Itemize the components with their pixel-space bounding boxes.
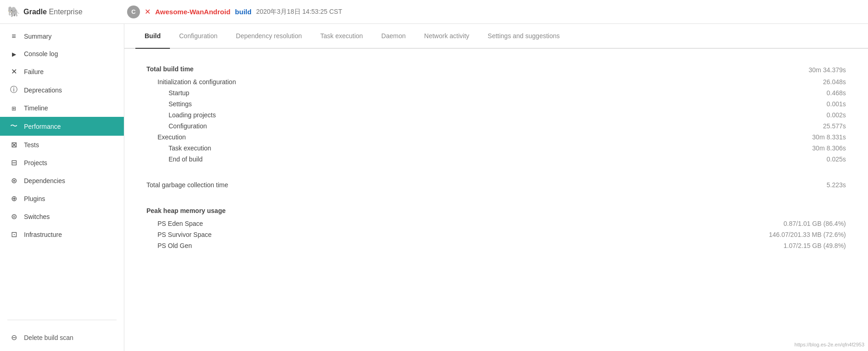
tab-daemon[interactable]: Daemon [372,24,415,49]
heap-memory-section: Peak heap memory usage PS Eden Space 0.8… [146,205,846,251]
tab-dependency-resolution[interactable]: Dependency resolution [227,24,311,49]
heap-memory-row-value: 0.87/1.01 GB (86.4%) [784,220,846,227]
dependencies-icon [9,176,18,185]
sidebar-label-timeline: Timeline [24,104,48,112]
sidebar-item-timeline[interactable]: Timeline [0,99,124,117]
sidebar-label-deprecations: Deprecations [24,86,62,94]
logo-elephant-icon: 🐘 [7,6,20,18]
sidebar-label-infrastructure: Infrastructure [24,231,62,238]
build-time-row-value: 0.002s [827,111,846,119]
tab-network-activity[interactable]: Network activity [415,24,478,49]
top-header: 🐘 Gradle Enterprise C ✕ Awesome-WanAndro… [0,0,868,24]
sidebar-nav: Summary Console log Failure Deprecations… [0,24,124,316]
heap-memory-row: PS Eden Space 0.87/1.01 GB (86.4%) [146,218,846,229]
tab-task-execution[interactable]: Task execution [311,24,373,49]
failure-icon [9,67,18,76]
sidebar-item-deprecations[interactable]: Deprecations [0,81,124,99]
total-build-time-value: 30m 34.379s [809,66,846,74]
gc-time-value: 5.223s [827,181,846,189]
build-datetime: 2020年3月18日 14:53:25 CST [256,8,342,16]
sidebar-item-plugins[interactable]: Plugins [0,190,124,207]
sidebar-label-performance: Performance [24,123,61,130]
sidebar-label-plugins: Plugins [24,195,45,202]
sidebar-label-tests: Tests [24,141,39,149]
plugins-icon [9,194,18,203]
build-time-row: End of build 0.025s [146,154,846,165]
sidebar-item-performance[interactable]: Performance [0,117,124,136]
heap-memory-header-row: Peak heap memory usage [146,205,846,218]
projects-icon [9,158,18,167]
sidebar-label-dependencies: Dependencies [24,177,65,184]
heap-memory-row-label: PS Eden Space [157,220,203,227]
main-layout: Summary Console log Failure Deprecations… [0,24,868,351]
build-time-row-value: 0.468s [827,89,846,97]
content-body: Total build time 30m 34.379s Initializat… [124,49,868,351]
build-time-row: Settings 0.001s [146,98,846,109]
sidebar: Summary Console log Failure Deprecations… [0,24,124,351]
build-time-row-label: Configuration [169,122,207,130]
sidebar-item-summary[interactable]: Summary [0,28,124,45]
heap-memory-row-value: 146.07/201.33 MB (72.6%) [769,231,846,238]
console-log-icon [9,50,18,58]
heap-memory-label: Peak heap memory usage [146,207,226,214]
summary-icon [9,32,18,40]
tab-configuration[interactable]: Configuration [170,24,227,49]
build-time-row-label: Initialization & configuration [157,78,236,86]
delete-icon [9,333,18,342]
sidebar-label-console-log: Console log [24,50,58,58]
build-time-row-value: 30m 8.331s [812,133,846,141]
build-time-row: Startup 0.468s [146,87,846,98]
logo-text: Gradle Enterprise [23,8,82,16]
build-time-row: Task execution 30m 8.306s [146,143,846,154]
footer-url: https://blog.es-2e.en/qfn4f2953 [794,342,864,347]
sidebar-item-infrastructure[interactable]: Infrastructure [0,225,124,243]
tests-icon [9,140,18,149]
total-build-time-row: Total build time 30m 34.379s [146,63,846,76]
sidebar-item-console-log[interactable]: Console log [0,45,124,63]
sidebar-item-dependencies[interactable]: Dependencies [0,172,124,190]
tab-bar: BuildConfigurationDependency resolutionT… [124,24,868,49]
build-time-row-label: End of build [169,155,203,163]
switches-icon [9,212,18,221]
performance-icon [9,121,18,131]
sidebar-label-projects: Projects [24,159,47,167]
sidebar-item-switches[interactable]: Switches [0,207,124,225]
timeline-icon [9,104,18,112]
build-time-section: Total build time 30m 34.379s Initializat… [146,63,846,165]
gc-time-row: Total garbage collection time 5.223s [146,179,846,190]
build-time-rows: Initialization & configuration 26.048s S… [146,76,846,165]
build-time-row: Execution 30m 8.331s [146,132,846,143]
tab-settings-suggestions[interactable]: Settings and suggestions [478,24,569,49]
build-time-row-value: 30m 8.306s [812,144,846,152]
sidebar-item-failure[interactable]: Failure [0,63,124,81]
build-time-row-label: Startup [169,89,189,97]
delete-build-scan-label: Delete build scan [24,334,73,341]
gc-time-section: Total garbage collection time 5.223s [146,179,846,190]
sidebar-item-projects[interactable]: Projects [0,154,124,172]
deprecations-icon [9,85,18,95]
build-time-row-label: Execution [157,133,186,141]
build-time-row-label: Loading projects [169,111,216,119]
heap-memory-rows: PS Eden Space 0.87/1.01 GB (86.4%) PS Su… [146,218,846,251]
delete-build-scan-item[interactable]: Delete build scan [9,329,115,345]
sidebar-item-tests[interactable]: Tests [0,136,124,154]
heap-memory-row-label: PS Survivor Space [157,231,212,238]
build-time-row-value: 26.048s [823,78,846,86]
gc-time-label: Total garbage collection time [146,181,228,189]
sidebar-divider [7,320,117,320]
build-time-row-label: Settings [169,100,192,108]
sidebar-label-switches: Switches [24,213,50,220]
build-type: build [235,8,251,16]
heap-memory-row: PS Old Gen 1.07/2.15 GB (49.8%) [146,240,846,251]
build-project: Awesome-WanAndroid [155,8,230,16]
logo-enterprise: Enterprise [49,8,82,16]
logo-area: 🐘 Gradle Enterprise [7,6,127,18]
build-time-row-value: 0.001s [827,100,846,108]
heap-memory-row: PS Survivor Space 146.07/201.33 MB (72.6… [146,229,846,240]
sidebar-label-failure: Failure [24,68,44,75]
heap-memory-row-label: PS Old Gen [157,242,192,249]
build-header: C ✕ Awesome-WanAndroid build 2020年3月18日 … [127,6,861,18]
sidebar-label-summary: Summary [24,33,52,40]
tab-build[interactable]: Build [135,24,170,49]
logo-gradle: Gradle [23,8,47,16]
